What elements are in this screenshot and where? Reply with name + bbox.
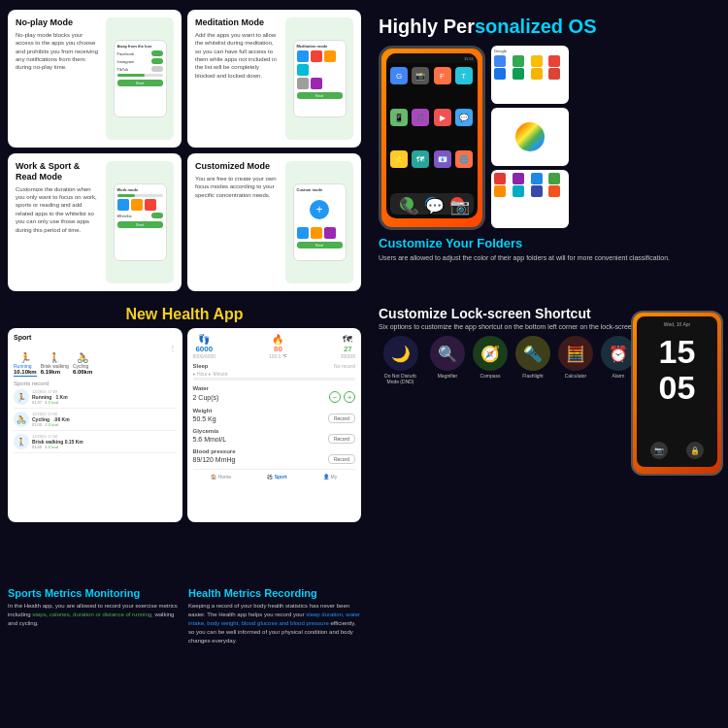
customized-phone-mock: Custom mode + Start (285, 161, 353, 283)
health-recording-title: Health Metrics Recording (188, 587, 361, 599)
water-decrease-btn[interactable]: − (329, 391, 341, 403)
meditation-title: Meditation Mode (195, 17, 280, 28)
feature-cards-grid: No-play Mode No-play mode blocks your ac… (0, 0, 369, 301)
meditation-card: Meditation Mode Add the apps you want to… (187, 10, 361, 148)
sport-card-title: Sport (14, 334, 177, 341)
health-app-section: New Health App Sport ⋮ 🏃 Running 10.10km… (0, 301, 369, 582)
tab-brisk-walking[interactable]: 🚶 Brisk walking 6.19km (41, 352, 69, 377)
work-sport-card: Work & Sport & Read Mode Customize the d… (8, 153, 182, 291)
health-heading: New Health App (8, 306, 361, 323)
work-sport-phone-mock: Work mode Whitelist Start (106, 161, 174, 283)
tab-cycling[interactable]: 🚴 Cycling 6.06km (73, 352, 92, 377)
lock-time-min: 05 (637, 370, 717, 406)
weight-section: Weight 50.5 Kg Record (193, 408, 356, 423)
meditation-phone-mock: Meditation mode Start (285, 17, 353, 140)
meditation-desc: Add the apps you want to allow the white… (195, 31, 280, 80)
glycemia-section: Glycemia 5.6 Mmol/L Record (193, 428, 356, 444)
main-phone-device: 15:51 G 📸 F T 📱 🎵 ▶ 💬 ⭐ 🗺 (379, 46, 485, 230)
color-palette (515, 122, 545, 151)
blood-pressure-record-btn[interactable]: Record (328, 454, 355, 464)
shortcut-flashlight: 🔦 Flashlight (515, 336, 550, 384)
no-play-title: No-play Mode (16, 17, 100, 28)
shortcut-calculator: 🧮 Calculator (558, 336, 593, 384)
shortcut-magnifier: 🔍 Magnifier (430, 336, 465, 384)
personalized-os-section: Highly Personalized OS 15:51 G 📸 F T (369, 0, 728, 301)
customized-mode-card: Customized Mode You are free to create y… (187, 153, 361, 291)
sports-monitoring-title: Sports Metrics Monitoring (8, 587, 181, 599)
folder-screenshots: Google (491, 46, 569, 228)
sports-monitoring-col: Sports Metrics Monitoring In the Health … (8, 587, 181, 723)
health-recording-col: Health Metrics Recording Keeping a recor… (188, 587, 361, 723)
magnifier-icon: 🔍 (430, 336, 465, 371)
main-heading: Highly Personalized OS (379, 15, 718, 38)
lockscreen-phone: Wed, 10 Apr 15 05 📷 🔒 (631, 311, 723, 476)
record-icon-cycling: 🚴 (14, 412, 29, 427)
steps-stat: 👣 6000 6000/6000 (193, 334, 216, 359)
weight-record-btn[interactable]: Record (328, 414, 355, 423)
customized-desc: You are free to create your own focus mo… (195, 175, 280, 199)
no-play-card: No-play Mode No-play mode blocks your ac… (8, 10, 182, 148)
work-sport-title: Work & Sport & Read Mode (16, 161, 100, 182)
record-icon-running: 🏃 (14, 389, 29, 405)
blood-pressure-section: Blood pressure 89/120 MmHg Record (193, 448, 356, 464)
sports-monitoring-desc: In the Health app, you are allowed to re… (8, 602, 181, 628)
lock-time-hour: 15 (637, 334, 717, 370)
sleep-section: Sleep No record ▸ Hour ▸ Minute (193, 363, 356, 381)
bottom-right-spacer (369, 582, 728, 728)
record-running: 🏃 12/26/日 17:09 Running 1 Km 01:37 4.0 k… (14, 389, 177, 409)
phone-showcase: 15:51 G 📸 F T 📱 🎵 ▶ 💬 ⭐ 🗺 (379, 46, 718, 230)
record-cycling: 🚴 12/26/日 17:06 Cycling .06 Km 01:00 2.0… (14, 412, 177, 431)
glycemia-record-btn[interactable]: Record (328, 434, 355, 444)
shortcut-dnd: 🌙 Do Not Disturb Mode (DND) (379, 336, 422, 384)
distance-stat: 🗺 27 3000/8 (341, 334, 355, 359)
compass-icon: 🧭 (473, 336, 508, 371)
dnd-icon: 🌙 (383, 336, 418, 371)
calories-stat: 🔥 80 100.0 ℉ (269, 334, 287, 359)
customize-folders-section: Customize Your Folders Users are allowed… (379, 236, 718, 263)
no-play-phone-mock: Away from the lure Facebook Instagram Ti… (106, 17, 174, 140)
work-sport-desc: Customize the duration when you only wan… (16, 185, 100, 234)
shortcut-compass: 🧭 Compass (473, 336, 508, 384)
metrics-card: 👣 6000 6000/6000 🔥 80 100.0 ℉ 🗺 27 3000/… (187, 328, 362, 522)
calculator-icon: 🧮 (558, 336, 593, 371)
water-increase-btn[interactable]: + (344, 391, 355, 403)
lockscreen-section: Customize Lock-screen Shortcut Six optio… (369, 301, 728, 582)
sports-record-label: Sports record (14, 381, 177, 386)
no-play-desc: No-play mode blocks your access to the a… (16, 31, 100, 72)
record-brisk-walking: 🚶 12/26/日 17:04 Brisk walking 0.15 Km 01… (14, 434, 177, 453)
tab-running[interactable]: 🏃 Running 10.10km (14, 352, 37, 377)
water-section: Water 2 Cup(s) − + (193, 385, 356, 403)
folders-desc: Users are allowed to adjust the color of… (379, 253, 718, 263)
health-recording-desc: Keeping a record of your body health sta… (188, 602, 361, 645)
flashlight-icon: 🔦 (515, 336, 550, 371)
bottom-info-section: Sports Metrics Monitoring In the Health … (0, 582, 369, 728)
customized-title: Customized Mode (195, 161, 280, 172)
record-icon-walking: 🚶 (14, 434, 29, 449)
folders-subtitle: Customize Your Folders (379, 236, 718, 250)
sport-card: Sport ⋮ 🏃 Running 10.10km 🚶 Brisk walkin… (8, 328, 182, 522)
